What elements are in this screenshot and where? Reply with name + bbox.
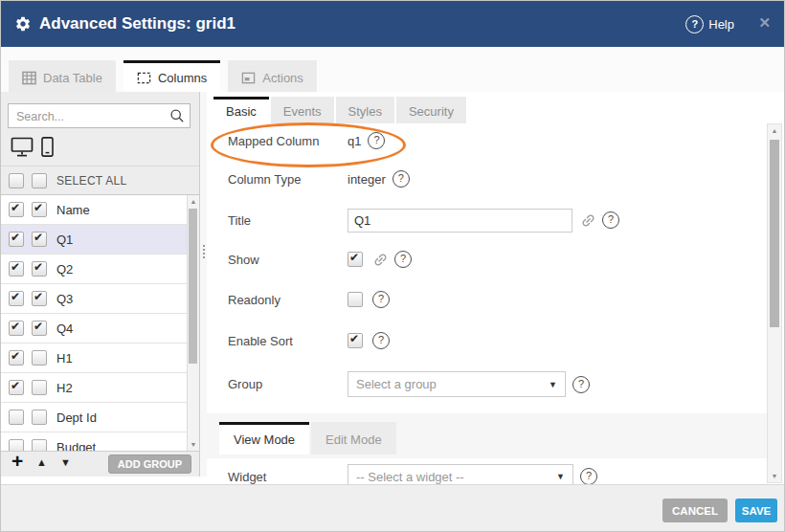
tab-label: Styles	[348, 104, 382, 119]
tab-styles[interactable]: Styles	[336, 97, 394, 123]
search-input[interactable]	[14, 105, 167, 128]
tab-actions[interactable]: Actions	[228, 60, 317, 92]
tab-label: Columns	[158, 71, 207, 85]
tab-data-table[interactable]: Data Table	[9, 60, 116, 92]
tab-events[interactable]: Events	[271, 97, 334, 123]
link-icon[interactable]	[576, 209, 599, 232]
close-icon[interactable]: ✕	[758, 1, 771, 45]
mobile-checkbox[interactable]	[32, 291, 47, 306]
column-name: Q1	[56, 233, 73, 247]
select-all-mobile-checkbox[interactable]	[32, 173, 47, 188]
readonly-label: Readonly	[228, 293, 348, 307]
enable-sort-checkbox[interactable]	[348, 333, 363, 348]
show-checkbox[interactable]	[348, 252, 363, 267]
tab-security[interactable]: Security	[396, 97, 466, 123]
table-icon	[22, 71, 36, 85]
column-row-q1[interactable]: Q1	[1, 225, 199, 255]
help-icon[interactable]	[392, 170, 410, 188]
column-row-name[interactable]: Name	[1, 195, 199, 225]
tab-label: Events	[283, 104, 322, 119]
panel-splitter[interactable]	[199, 92, 207, 477]
scrollbar-thumb[interactable]	[770, 140, 779, 327]
help-icon[interactable]	[572, 376, 590, 393]
select-all-label: SELECT ALL	[56, 174, 127, 188]
search-icon[interactable]	[169, 108, 185, 123]
column-row-h1[interactable]: H1	[1, 344, 199, 373]
column-name: Dept Id	[56, 410, 97, 425]
title-label: Title	[228, 213, 348, 228]
column-type-value: integer	[348, 172, 386, 187]
title-input[interactable]	[348, 209, 572, 233]
actions-icon	[241, 71, 256, 85]
tab-basic[interactable]: Basic	[213, 97, 269, 123]
mobile-checkbox[interactable]	[32, 202, 47, 217]
help-icon[interactable]	[394, 251, 412, 268]
link-icon[interactable]	[369, 248, 392, 271]
dialog-title: Advanced Settings: grid1	[39, 1, 236, 47]
mobile-checkbox[interactable]	[32, 350, 47, 366]
help-icon[interactable]	[580, 468, 597, 484]
help-icon[interactable]	[372, 291, 390, 308]
mobile-checkbox[interactable]	[32, 380, 47, 395]
desktop-checkbox[interactable]	[9, 291, 24, 306]
move-down-button[interactable]: ▼	[60, 456, 71, 468]
widget-row: Widget -- Select a widget -- ▼	[228, 464, 757, 484]
column-row-q3[interactable]: Q3	[1, 284, 199, 314]
device-toggle-row	[11, 137, 54, 161]
mobile-icon[interactable]	[41, 137, 54, 161]
scroll-up-icon[interactable]: ▲	[768, 127, 781, 134]
mobile-checkbox[interactable]	[32, 232, 47, 247]
desktop-checkbox[interactable]	[9, 232, 24, 247]
column-row-budget[interactable]: Budget	[1, 432, 199, 452]
column-settings-panel: BasicEventsStylesSecurity Mapped Column …	[207, 92, 785, 484]
column-name: H1	[56, 351, 73, 366]
save-button[interactable]: SAVE	[735, 499, 777, 522]
scroll-down-icon[interactable]: ▼	[188, 441, 199, 448]
mobile-checkbox[interactable]	[32, 321, 47, 336]
cancel-button[interactable]: CANCEL	[662, 499, 728, 522]
column-name: Name	[56, 203, 90, 217]
column-list: NameQ1Q2Q3Q4H1H2Dept IdBudget	[1, 194, 199, 452]
mapped-column-label: Mapped Column	[228, 134, 348, 148]
select-all-desktop-checkbox[interactable]	[9, 173, 24, 188]
desktop-checkbox[interactable]	[9, 410, 24, 425]
help-icon[interactable]	[372, 332, 390, 349]
desktop-checkbox[interactable]	[9, 202, 24, 217]
group-select[interactable]: Select a group ▼	[348, 371, 566, 397]
group-row: Group Select a group ▼	[228, 371, 757, 397]
tab-view-mode[interactable]: View Mode	[219, 422, 309, 454]
widget-select[interactable]: -- Select a widget -- ▼	[348, 464, 573, 485]
mobile-checkbox[interactable]	[32, 410, 47, 425]
add-group-button[interactable]: ADD GROUP	[108, 454, 191, 474]
help-icon[interactable]	[602, 211, 619, 229]
column-list-scrollbar[interactable]: ▲ ▼	[187, 195, 199, 451]
column-row-dept-id[interactable]: Dept Id	[1, 403, 199, 432]
scroll-up-icon[interactable]: ▲	[188, 198, 199, 205]
columns-list-panel: SELECT ALL NameQ1Q2Q3Q4H1H2Dept IdBudget…	[1, 92, 199, 477]
desktop-checkbox[interactable]	[9, 321, 24, 336]
help-icon[interactable]	[368, 132, 385, 149]
column-name: Q2	[56, 262, 73, 277]
title-row: Title	[228, 208, 757, 233]
move-up-button[interactable]: ▲	[36, 456, 47, 468]
desktop-checkbox[interactable]	[9, 380, 24, 395]
help-button[interactable]: Help	[685, 1, 734, 47]
scroll-down-icon[interactable]: ▼	[768, 473, 781, 479]
caret-down-icon: ▼	[549, 380, 557, 389]
mode-tab-bar: View ModeEdit Mode	[219, 422, 396, 454]
column-row-h2[interactable]: H2	[1, 373, 199, 403]
tab-columns[interactable]: Columns	[123, 60, 220, 92]
desktop-icon[interactable]	[11, 137, 34, 161]
desktop-checkbox[interactable]	[9, 350, 24, 366]
settings-scrollbar[interactable]: ▲ ▼	[767, 123, 782, 483]
widget-label: Widget	[228, 470, 348, 484]
tab-edit-mode[interactable]: Edit Mode	[311, 422, 396, 454]
readonly-checkbox[interactable]	[348, 292, 363, 307]
mobile-checkbox[interactable]	[32, 261, 47, 277]
column-row-q2[interactable]: Q2	[1, 255, 199, 284]
select-all-row[interactable]: SELECT ALL	[1, 166, 199, 194]
desktop-checkbox[interactable]	[9, 261, 24, 277]
scrollbar-thumb[interactable]	[189, 209, 197, 364]
add-column-button[interactable]: +	[11, 450, 23, 473]
column-row-q4[interactable]: Q4	[1, 314, 199, 344]
